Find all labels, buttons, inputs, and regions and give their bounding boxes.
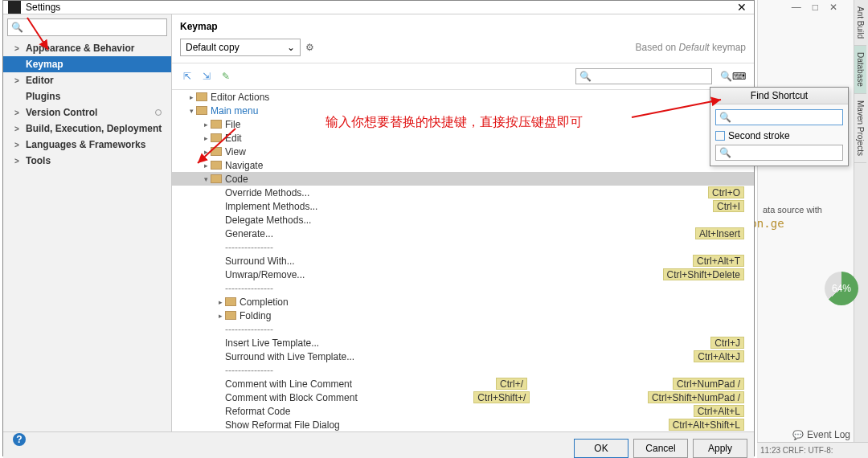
first-stroke-input[interactable]: 🔍 <box>715 109 843 125</box>
sidebar-item-editor[interactable]: >Editor <box>3 72 171 88</box>
action-item[interactable]: Comment with Block CommentCtrl+Shift+/Ct… <box>172 391 754 404</box>
folder-icon <box>225 297 236 306</box>
chevron-down-icon: ⌄ <box>287 42 295 53</box>
shortcut-badge: Ctrl+Alt+T <box>693 255 744 267</box>
sidebar-item-plugins[interactable]: Plugins <box>3 88 171 104</box>
action-item[interactable]: Reformat CodeCtrl+Alt+L <box>172 404 754 418</box>
action-item[interactable]: Surround With...Ctrl+Alt+T <box>172 254 754 268</box>
action-item[interactable]: Generate...Alt+Insert <box>172 227 754 240</box>
shortcut-badge: Ctrl+Alt+J <box>694 350 744 362</box>
ok-button[interactable]: OK <box>574 439 628 458</box>
action-label: Editor Actions <box>211 92 269 103</box>
action-tree: ▸Editor Actions▾Main menu▸File▸Edit▸View… <box>172 89 754 431</box>
chevron-icon: ▸ <box>201 134 211 142</box>
sidebar-item-tools[interactable]: >Tools <box>3 153 171 169</box>
action-item[interactable]: --------------- <box>172 281 754 295</box>
tab-maven-projects[interactable]: Maven Projects <box>854 94 866 163</box>
action-folder[interactable]: ▾Main menu <box>172 104 754 117</box>
expand-all-icon[interactable]: ⇱ <box>180 69 194 84</box>
action-label: Navigate <box>225 160 263 171</box>
action-folder[interactable]: ▸File <box>172 117 754 131</box>
action-folder[interactable]: ▸Navigate <box>172 158 754 172</box>
folder-icon <box>196 106 207 115</box>
search-icon: 🔍 <box>579 71 592 82</box>
based-on-text: Based on Default keymap <box>636 42 746 53</box>
close-icon[interactable]: ✕ <box>735 1 749 14</box>
sidebar-item-build-execution-deployment[interactable]: >Build, Execution, Deployment <box>3 121 171 137</box>
help-icon[interactable]: ? <box>13 433 26 446</box>
cancel-button[interactable]: Cancel <box>633 439 688 458</box>
action-item[interactable]: Surround with Live Template...Ctrl+Alt+J <box>172 350 754 363</box>
action-item[interactable]: Insert Live Template...Ctrl+J <box>172 336 754 350</box>
action-folder[interactable]: ▾Code <box>172 172 754 186</box>
sidebar-item-label: Tools <box>26 155 51 166</box>
shortcut-badge: Ctrl+O <box>708 186 744 198</box>
sidebar-item-label: Version Control <box>26 107 97 118</box>
sidebar-search-input[interactable] <box>23 22 163 33</box>
right-tool-strip: Ant Build Database Maven Projects <box>854 0 868 458</box>
chevron-icon: > <box>14 44 23 53</box>
keymap-scheme-select[interactable]: Default copy ⌄ <box>180 39 301 56</box>
action-item[interactable]: --------------- <box>172 322 754 336</box>
action-item[interactable]: Show Reformat File DialogCtrl+Alt+Shift+… <box>172 418 754 431</box>
sidebar-item-label: Build, Execution, Deployment <box>26 123 162 134</box>
collapse-all-icon[interactable]: ⇲ <box>199 69 214 84</box>
action-search[interactable]: 🔍 <box>575 68 712 84</box>
sidebar-item-appearance-behavior[interactable]: >Appearance & Behavior <box>3 40 171 56</box>
tab-database[interactable]: Database <box>854 46 866 94</box>
action-label: Folding <box>240 310 271 321</box>
action-folder[interactable]: ▸Edit <box>172 131 754 145</box>
sidebar-tree: >Appearance & BehaviorKeymap>EditorPlugi… <box>3 40 171 431</box>
shortcut-badge: Ctrl+I <box>713 200 744 212</box>
second-stroke-input[interactable]: 🔍 <box>715 145 843 161</box>
action-folder[interactable]: ▸Editor Actions <box>172 90 754 104</box>
action-search-input[interactable] <box>592 72 708 81</box>
chevron-icon: > <box>14 125 23 133</box>
settings-main: Keymap Default copy ⌄ ⚙ Based on Default… <box>172 14 754 431</box>
action-folder[interactable]: ▸View <box>172 145 754 158</box>
bg-hint: ata source with <box>763 205 822 215</box>
action-item[interactable]: Delegate Methods... <box>172 213 754 227</box>
action-folder[interactable]: ▸Completion <box>172 295 754 309</box>
chevron-icon: ▸ <box>186 93 196 101</box>
apply-button[interactable]: Apply <box>693 439 747 458</box>
chevron-icon: > <box>14 76 23 85</box>
folder-icon <box>211 174 222 183</box>
close-window-icon[interactable]: ✕ <box>829 2 837 13</box>
action-item[interactable]: Unwrap/Remove...Ctrl+Shift+Delete <box>172 268 754 281</box>
sidebar-item-keymap[interactable]: Keymap <box>3 56 171 72</box>
action-label: Main menu <box>211 105 258 117</box>
gear-icon[interactable]: ⚙ <box>305 42 314 53</box>
action-label: File <box>225 119 240 130</box>
shortcut-badge: Ctrl+J <box>710 337 744 349</box>
event-log-link[interactable]: 💬 Event Log <box>792 429 850 440</box>
maximize-icon[interactable]: □ <box>813 2 818 13</box>
find-shortcut-popup: Find Shortcut 🔍 Second stroke 🔍 <box>710 87 849 166</box>
chevron-icon: ▾ <box>201 175 211 183</box>
action-label: Code <box>225 174 248 185</box>
action-item[interactable]: --------------- <box>172 240 754 254</box>
edit-icon[interactable]: ✎ <box>219 69 233 84</box>
action-label: Override Methods... <box>225 187 309 198</box>
action-item[interactable]: Implement Methods...Ctrl+I <box>172 199 754 213</box>
second-stroke-label: Second stroke <box>728 130 790 141</box>
action-item[interactable]: Comment with Line CommentCtrl+/Ctrl+NumP… <box>172 377 754 391</box>
action-item[interactable]: --------------- <box>172 363 754 377</box>
minimize-icon[interactable]: — <box>792 2 801 13</box>
action-label: --------------- <box>225 365 273 376</box>
sidebar-item-version-control[interactable]: >Version Control <box>3 104 171 121</box>
sidebar-search[interactable]: 🔍 <box>7 18 167 36</box>
settings-sidebar: 🔍 >Appearance & BehaviorKeymap>EditorPlu… <box>3 14 172 431</box>
sidebar-item-languages-frameworks[interactable]: >Languages & Frameworks <box>3 137 171 153</box>
second-stroke-checkbox[interactable] <box>715 131 725 141</box>
find-shortcut-icon[interactable]: 🔍⌨ <box>720 71 746 82</box>
second-stroke-row[interactable]: Second stroke <box>715 130 843 141</box>
ide-background: — □ ✕ ata source with son.ge <box>757 0 854 458</box>
chevron-icon: > <box>14 108 23 117</box>
action-item[interactable]: Override Methods...Ctrl+O <box>172 186 754 199</box>
folder-icon <box>225 311 236 320</box>
action-label: Insert Live Template... <box>225 337 319 349</box>
action-folder[interactable]: ▸Folding <box>172 309 754 322</box>
tab-ant-build[interactable]: Ant Build <box>854 0 866 46</box>
app-icon <box>8 1 21 14</box>
